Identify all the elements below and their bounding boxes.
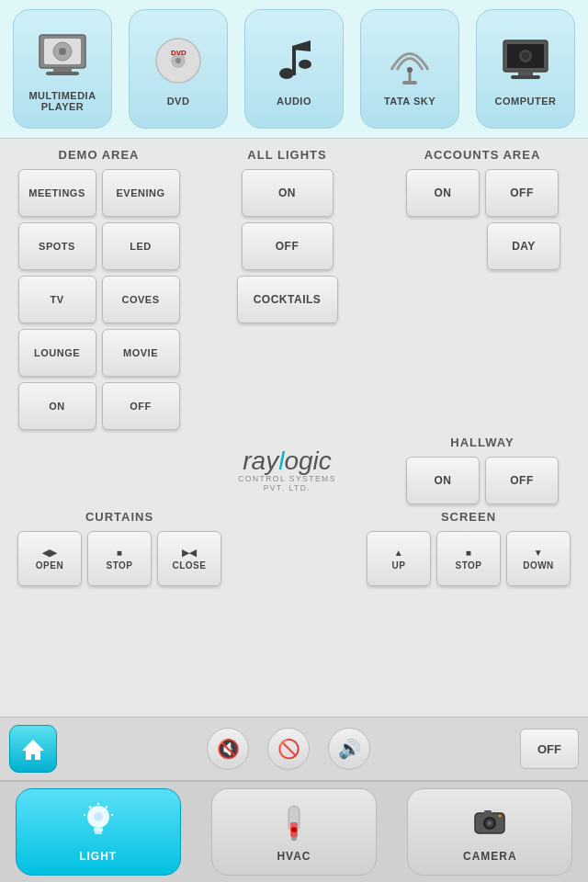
top-controls-row: DEMO AREA MEETINGS EVENING SPOTS LED TV … <box>9 148 579 430</box>
svg-point-13 <box>299 60 311 69</box>
bottom-toolbar: 🔇 🚫 🔊 OFF <box>0 717 588 781</box>
btn-led[interactable]: LED <box>102 222 180 270</box>
btn-curtains-close[interactable]: ▶◀ CLOSE <box>157 531 221 586</box>
btn-mute[interactable]: 🔇 <box>207 728 249 770</box>
btn-lights-on[interactable]: ON <box>242 169 334 217</box>
toolbar-off-label: OFF <box>537 742 561 756</box>
curtains-stop-label: STOP <box>106 560 132 571</box>
curtains-stop-icon: ■ <box>117 548 123 558</box>
btn-no-signal[interactable]: 🚫 <box>267 728 310 770</box>
tab-light-label: LIGHT <box>79 850 117 863</box>
demo-area-title: DEMO AREA <box>59 148 140 162</box>
screen-stop-label: STOP <box>455 560 481 571</box>
btn-demo-off[interactable]: OFF <box>102 382 180 430</box>
demo-area-section: DEMO AREA MEETINGS EVENING SPOTS LED TV … <box>9 148 188 430</box>
curtains-close-label: CLOSE <box>173 560 207 571</box>
audio-icon <box>265 31 323 90</box>
curtains-open-label: OPEN <box>36 560 63 571</box>
app-tatasky[interactable]: TATA SKY <box>360 9 459 129</box>
svg-line-29 <box>89 807 91 808</box>
btn-accounts-on[interactable]: ON <box>406 169 480 217</box>
btn-curtains-open[interactable]: ◀▶ OPEN <box>17 531 82 586</box>
curtains-section: CURTAINS ◀▶ OPEN ■ STOP ▶◀ CLOSE <box>9 510 230 586</box>
all-lights-title: ALL LIGHTS <box>247 148 326 162</box>
svg-marker-23 <box>22 740 44 760</box>
btn-hallway-on[interactable]: ON <box>406 457 480 504</box>
all-lights-section: ALL LIGHTS ON OFF COCKTAILS <box>228 148 347 430</box>
svg-rect-11 <box>292 46 296 75</box>
btn-cocktails[interactable]: COCKTAILS <box>237 276 338 323</box>
svg-point-27 <box>94 812 103 821</box>
accounts-area-title: ACCOUNTS AREA <box>424 148 541 162</box>
app-audio[interactable]: AUDIO <box>244 9 344 129</box>
tab-camera[interactable]: CAMERA <box>407 788 572 876</box>
demo-grid: MEETINGS EVENING SPOTS LED TV COVES LOUN… <box>18 169 180 430</box>
lights-buttons: ON OFF COCKTAILS <box>237 169 338 323</box>
toolbar-off-button[interactable]: OFF <box>520 729 579 769</box>
middle-row: raylogic CONTROL SYSTEMS PVT. LTD. HALLW… <box>9 435 579 504</box>
btn-accounts-day[interactable]: DAY <box>487 222 560 270</box>
logo-ogic: ogic <box>284 447 331 475</box>
app-dvd[interactable]: DVD DVD <box>129 9 228 129</box>
accounts-area-section: ACCOUNTS AREA ON OFF DAY <box>386 148 579 430</box>
multimedia-label: MULTIMEDIAPLAYER <box>28 90 96 112</box>
btn-lounge[interactable]: LOUNGE <box>18 329 96 377</box>
hallway-buttons: ON OFF <box>406 457 559 504</box>
svg-point-10 <box>279 68 294 79</box>
svg-point-16 <box>407 67 413 73</box>
btn-meetings[interactable]: MEETINGS <box>18 169 96 217</box>
screen-title: SCREEN <box>441 510 496 524</box>
tatasky-icon <box>380 31 439 90</box>
svg-point-22 <box>522 52 529 60</box>
tatasky-label: TATA SKY <box>384 96 435 107</box>
btn-lights-off[interactable]: OFF <box>242 222 334 270</box>
svg-marker-12 <box>292 40 311 51</box>
hallway-section: HALLWAY ON OFF <box>386 435 579 504</box>
screen-down-icon: ▼ <box>534 548 543 558</box>
btn-tv[interactable]: TV <box>18 276 96 323</box>
svg-rect-41 <box>484 810 492 815</box>
tab-camera-label: CAMERA <box>463 850 517 863</box>
screen-stop-icon: ■ <box>466 548 472 558</box>
computer-label: COMPUTER <box>495 96 557 107</box>
svg-text:DVD: DVD <box>171 49 187 57</box>
btn-accounts-off[interactable]: OFF <box>485 169 559 217</box>
camera-tab-icon <box>469 802 510 846</box>
btn-movie[interactable]: MOVIE <box>102 329 180 377</box>
btn-spots[interactable]: SPOTS <box>18 222 96 270</box>
bottom-controls-row: CURTAINS ◀▶ OPEN ■ STOP ▶◀ CLOSE SCREEN <box>9 510 579 586</box>
logo-section: raylogic CONTROL SYSTEMS PVT. LTD. <box>228 435 347 504</box>
svg-point-36 <box>291 827 297 832</box>
svg-rect-25 <box>94 828 103 831</box>
btn-volume[interactable]: 🔊 <box>328 728 370 770</box>
btn-evening[interactable]: EVENING <box>102 169 180 217</box>
tab-light[interactable]: LIGHT <box>16 788 181 876</box>
dvd-icon: DVD <box>149 31 208 90</box>
curtains-open-icon: ◀▶ <box>42 548 58 558</box>
tab-hvac[interactable]: HVAC <box>211 788 377 876</box>
app-computer[interactable]: COMPUTER <box>476 9 575 129</box>
dvd-label: DVD <box>167 96 190 107</box>
btn-curtains-stop[interactable]: ■ STOP <box>87 531 152 586</box>
btn-hallway-off[interactable]: OFF <box>485 457 559 504</box>
svg-rect-4 <box>53 68 72 72</box>
screen-buttons: ▲ UP ■ STOP ▼ DOWN <box>367 531 571 586</box>
logo-ray: ray <box>243 447 278 475</box>
btn-screen-stop[interactable]: ■ STOP <box>436 531 501 586</box>
main-content: DEMO AREA MEETINGS EVENING SPOTS LED TV … <box>0 139 588 601</box>
svg-point-8 <box>175 58 181 63</box>
app-multimedia[interactable]: MULTIMEDIAPLAYER <box>13 9 112 129</box>
home-button[interactable] <box>9 725 57 773</box>
btn-demo-on[interactable]: ON <box>18 382 96 430</box>
cocktails-logo-left <box>9 435 188 504</box>
svg-rect-5 <box>46 72 79 75</box>
hvac-tab-icon <box>274 802 314 846</box>
btn-coves[interactable]: COVES <box>102 276 180 323</box>
btn-screen-up[interactable]: ▲ UP <box>367 531 431 586</box>
audio-label: AUDIO <box>277 96 311 107</box>
logo-subtitle: CONTROL SYSTEMS PVT. LTD. <box>228 474 347 492</box>
accounts-top-row: ON OFF <box>406 169 559 217</box>
svg-rect-15 <box>402 81 417 85</box>
btn-screen-down[interactable]: ▼ DOWN <box>506 531 571 586</box>
screen-down-label: DOWN <box>523 560 554 571</box>
